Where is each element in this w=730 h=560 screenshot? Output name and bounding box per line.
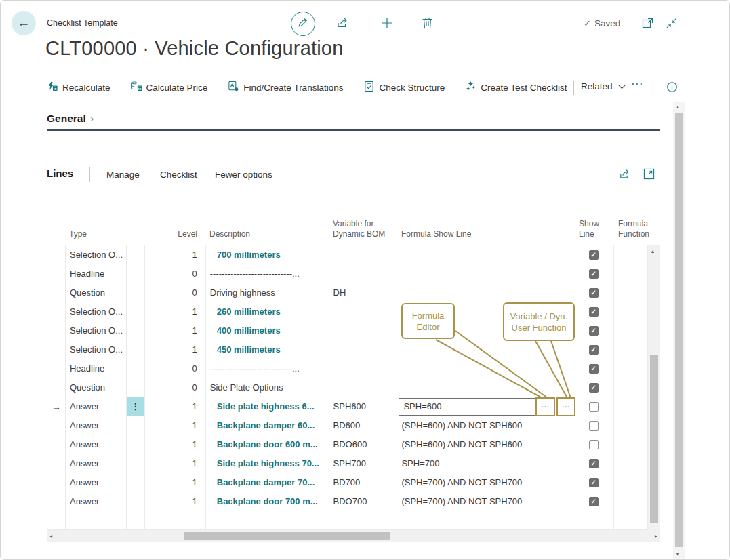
table-row[interactable] [47, 511, 648, 530]
cell-description[interactable]: Side plate highness 6... [206, 397, 329, 416]
cell-show-line[interactable]: ✓ [573, 340, 614, 359]
show-line-checkbox[interactable]: ✓ [589, 269, 599, 279]
cell-show-line[interactable]: ✓ [573, 359, 614, 378]
cell-description[interactable]: Backplane damper 70... [206, 473, 329, 492]
cell-variable[interactable]: BD700 [329, 473, 398, 492]
cell-description[interactable]: Backplane door 600 m... [206, 435, 329, 454]
column-header-level[interactable]: Level [144, 229, 197, 239]
cell-show-line[interactable]: ✓ [573, 283, 614, 302]
edit-button[interactable] [291, 12, 315, 36]
lines-menu-manage[interactable]: Manage [106, 169, 140, 180]
cell-formula-function[interactable] [614, 473, 648, 492]
cell-formula-function[interactable] [614, 359, 648, 378]
column-header-formula-show-line[interactable]: Formula Show Line [401, 229, 471, 239]
cell-level[interactable]: 1 [145, 245, 206, 264]
general-section-header[interactable]: General › [47, 113, 94, 125]
cell-show-line[interactable]: ✓ [573, 302, 614, 321]
formula-editor-assist-button[interactable]: ⋯ [535, 397, 555, 416]
scroll-left-icon[interactable]: ◂ [49, 534, 52, 539]
new-button[interactable] [380, 16, 394, 33]
find-create-translations-button[interactable]: Find/Create Translations [228, 81, 343, 95]
cell-level[interactable]: 1 [145, 302, 206, 321]
cell-show-line[interactable] [573, 416, 614, 435]
recalculate-button[interactable]: Recalculate [47, 81, 110, 95]
table-row[interactable]: Headline0----------------------------...… [47, 264, 648, 283]
cell-variable[interactable] [329, 321, 398, 340]
cell-type[interactable]: Question [66, 378, 127, 397]
cell-description[interactable]: ----------------------------... [206, 359, 329, 378]
cell-formula-show-line[interactable] [397, 340, 573, 359]
delete-button[interactable] [422, 16, 433, 32]
share-button[interactable] [336, 16, 350, 32]
cell-type[interactable]: Headline [66, 264, 127, 283]
cell-variable[interactable] [329, 264, 398, 283]
grid-vertical-scrollbar[interactable]: ▴ [648, 245, 660, 530]
column-header-type[interactable]: Type [69, 229, 87, 239]
cell-variable[interactable] [329, 245, 398, 264]
cell-formula-show-line[interactable]: (SPH=700) AND NOT SPH700 [397, 492, 573, 511]
lines-focus-mode-button[interactable] [643, 168, 655, 182]
cell-formula-function[interactable] [614, 264, 648, 283]
back-button[interactable]: ← [12, 11, 36, 35]
show-line-checkbox[interactable]: ✓ [589, 383, 599, 393]
cell-variable[interactable]: BDO600 [329, 435, 398, 454]
cell-show-line[interactable]: ✓ [573, 378, 614, 397]
show-line-checkbox[interactable]: ✓ [589, 307, 599, 317]
cell-type[interactable]: Question [66, 283, 127, 302]
cell-show-line[interactable] [573, 511, 614, 529]
cell-show-line[interactable]: ✓ [573, 264, 614, 283]
cell-formula-function[interactable] [614, 492, 648, 511]
scroll-down-icon[interactable]: ▾ [676, 552, 679, 557]
table-row[interactable]: Answer1Side plate highness 70...SPH700SP… [47, 454, 648, 473]
cell-variable[interactable] [329, 378, 398, 397]
cell-level[interactable]: 1 [145, 397, 206, 416]
cell-variable[interactable]: SPH600 [329, 397, 398, 416]
cell-level[interactable]: 1 [145, 321, 206, 340]
cell-description[interactable]: 260 millimeters [206, 302, 329, 321]
cell-formula-function[interactable] [614, 397, 648, 416]
cell-level[interactable]: 0 [145, 264, 206, 283]
scroll-up-icon[interactable]: ▴ [676, 104, 679, 110]
cell-variable[interactable]: BDO700 [329, 492, 398, 511]
cell-description[interactable]: Side Plate Options [206, 378, 329, 397]
cell-description[interactable]: Backplane door 700 m... [206, 492, 329, 511]
column-header-description[interactable]: Description [209, 229, 250, 239]
table-row[interactable]: Answer1Backplane door 600 m...BDO600(SPH… [47, 435, 648, 454]
cell-level[interactable]: 0 [145, 359, 206, 378]
column-header-formula-function[interactable]: Formula Function [618, 219, 649, 239]
show-line-checkbox[interactable]: ✓ [589, 288, 599, 298]
cell-type[interactable]: Selection O... [66, 340, 127, 359]
cell-type[interactable]: Answer [66, 473, 127, 492]
cell-level[interactable]: 1 [145, 473, 206, 492]
cell-description[interactable]: Driving highness [206, 283, 329, 302]
show-line-checkbox[interactable]: ✓ [589, 364, 599, 374]
show-line-checkbox[interactable] [589, 421, 599, 431]
cell-description[interactable]: 700 millimeters [206, 245, 329, 264]
table-row[interactable]: Answer1Backplane damper 60...BD600(SPH=6… [47, 416, 648, 435]
cell-formula-show-line[interactable] [397, 283, 573, 302]
row-menu-cell[interactable]: ⋮ [127, 397, 145, 416]
more-actions-button[interactable]: ⋯ [631, 77, 643, 91]
table-row[interactable]: Question0Driving highnessDH✓ [47, 283, 648, 302]
cell-description[interactable]: 400 millimeters [206, 321, 329, 340]
cell-show-line[interactable]: ✓ [573, 321, 614, 340]
cell-formula-show-line[interactable] [397, 359, 573, 378]
cell-type[interactable]: Answer [66, 435, 127, 454]
show-line-checkbox[interactable]: ✓ [589, 497, 599, 506]
variable-function-assist-button[interactable]: ⋯ [556, 397, 575, 416]
cell-variable[interactable] [329, 340, 398, 359]
cell-formula-function[interactable] [614, 435, 648, 454]
cell-type[interactable]: Answer [66, 454, 127, 473]
lines-part-title[interactable]: Lines [47, 167, 73, 179]
cell-show-line[interactable] [573, 435, 614, 454]
page-vertical-scrollbar[interactable]: ▴ ▾ [673, 102, 685, 560]
page-vscroll-thumb[interactable] [675, 113, 683, 547]
show-line-checkbox[interactable]: ✓ [589, 326, 599, 336]
scroll-up-icon[interactable]: ▴ [651, 249, 654, 254]
lines-menu-fewer-options[interactable]: Fewer options [215, 169, 272, 180]
cell-formula-show-line[interactable]: (SPH=600) AND NOT SPH600 [397, 435, 573, 454]
show-line-checkbox[interactable]: ✓ [589, 478, 599, 487]
cell-level[interactable]: 0 [145, 283, 206, 302]
cell-description[interactable]: ----------------------------... [206, 264, 329, 283]
cell-formula-function[interactable] [614, 511, 648, 529]
